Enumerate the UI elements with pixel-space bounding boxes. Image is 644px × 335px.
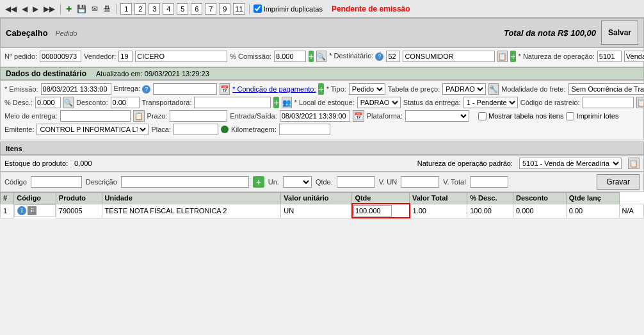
comissao-icon-btn[interactable]: 🔍 (316, 51, 326, 62)
row-info-icon[interactable]: i (17, 206, 26, 215)
entrega-cal-btn[interactable]: 📅 (220, 83, 230, 95)
prazo-label: Prazo: (147, 112, 168, 120)
nav-first-btn[interactable]: ◀◀ (4, 4, 18, 13)
vendedor-label: Vendedor: (84, 53, 116, 60)
meio-input[interactable] (60, 110, 131, 122)
item-vtotal-input[interactable] (470, 176, 508, 188)
form-row1: Nº pedido: Vendedor: % Comissão: + 🔍 * D… (4, 51, 640, 62)
destinatario-icon-btn[interactable]: 📋 (497, 51, 508, 62)
destinatario-name-input[interactable] (403, 51, 495, 62)
page-3-btn[interactable]: 3 (149, 3, 160, 15)
imprimir-duplicatas-label[interactable]: Imprimir duplicatas (254, 4, 323, 13)
meio-icon-btn[interactable]: 📋 (133, 110, 145, 122)
transportadora-input[interactable] (194, 97, 271, 108)
form-row4: Meio de entrega: 📋 Prazo: Entrada/Saída:… (4, 110, 640, 122)
page-5-btn[interactable]: 5 (177, 3, 188, 15)
tabela-select[interactable]: PADRAO (442, 83, 486, 95)
frete-select[interactable]: Sem Ocorrência de Transporte (568, 83, 645, 95)
item-vtotal-label: V. Total (443, 178, 465, 186)
row-valor-unitario-input[interactable] (353, 205, 392, 217)
save-button[interactable]: Salvar (601, 20, 638, 45)
item-add-btn[interactable]: + (253, 176, 264, 188)
mostrar-tabela-checkbox[interactable] (478, 112, 487, 120)
rastreio-icon-btn[interactable]: 📋 (636, 97, 644, 108)
natureza-desc-input[interactable] (624, 51, 644, 62)
th-valor-unitario: Valor unitário (281, 193, 352, 204)
tabela-icon-btn[interactable]: 🔧 (488, 83, 499, 95)
comissao-input[interactable] (274, 51, 306, 62)
email-btn[interactable]: ✉ (90, 4, 99, 13)
add-btn[interactable]: + (65, 3, 73, 15)
page-9-btn[interactable]: 9 (219, 3, 230, 15)
destinatario-add-btn[interactable]: + (510, 51, 515, 62)
natureza-id-input[interactable] (597, 51, 622, 62)
status-label: Status da entrega: (403, 99, 461, 106)
page-2-btn[interactable]: 2 (134, 3, 146, 15)
estoque-label: * Local de estoque: (294, 99, 355, 106)
condicao-add-btn[interactable]: + (318, 83, 323, 95)
nav-last-btn[interactable]: ▶▶ (42, 4, 56, 13)
plataforma-label: Plataforma: (367, 112, 403, 120)
comissao-add-btn[interactable]: + (309, 51, 314, 62)
itens-form: Código Descrição + Un. Qtde. V. UN V. To… (0, 172, 644, 192)
desc-input[interactable] (35, 97, 61, 108)
item-qtde-input[interactable] (337, 176, 375, 188)
imprimir-duplicatas-checkbox[interactable] (254, 4, 262, 13)
transportadora-add-btn[interactable]: + (273, 97, 278, 108)
items-table-container: # Código Produto Unidade Valor unitário … (0, 192, 644, 218)
natureza-padrao-copy-btn[interactable]: 📋 (628, 158, 640, 169)
entrada-cal-btn[interactable]: 📅 (353, 110, 364, 122)
vendedor-name-input[interactable] (135, 51, 227, 62)
page-4-btn[interactable]: 4 (163, 3, 174, 15)
destinatario-id-input[interactable] (386, 51, 400, 62)
row-drag-icon[interactable]: ⠿ (28, 206, 36, 215)
row-desconto: 0.00 (566, 204, 619, 218)
prazo-input[interactable] (170, 110, 227, 122)
pedido-input[interactable] (40, 51, 81, 62)
page-7-btn[interactable]: 7 (205, 3, 216, 15)
transportadora-icon-btn[interactable]: 👥 (282, 97, 292, 108)
imprimir-lotes-checkbox[interactable] (566, 112, 574, 120)
nav-next-btn[interactable]: ▶ (31, 4, 40, 13)
imprimir-lotes-label[interactable]: Imprimir lotes (566, 112, 618, 120)
item-vun-input[interactable] (401, 176, 439, 188)
save-toolbar-btn[interactable]: 💾 (76, 4, 88, 13)
print-btn[interactable]: 🖶 (102, 4, 112, 13)
form-row2-container: * Emissão: Entrega: ? 📅 * Condição de pa… (0, 80, 644, 140)
entrada-input[interactable] (280, 110, 350, 122)
mostrar-tabela-label[interactable]: Mostrar tabela nos itens (478, 112, 563, 120)
page-11-btn[interactable]: 11 (233, 3, 245, 15)
nav-prev-btn[interactable]: ◀ (20, 4, 29, 13)
km-input[interactable] (279, 124, 330, 135)
item-descricao-input[interactable] (121, 176, 249, 188)
tipo-select[interactable]: Pedido (349, 83, 385, 95)
th-codigo: Código (14, 193, 56, 204)
entrega-label: Entrega: ? (114, 85, 151, 94)
item-un-select[interactable] (283, 176, 312, 188)
page-1-btn[interactable]: 1 (120, 3, 132, 15)
status-select[interactable]: 1 - Pendente (463, 97, 518, 108)
page-6-btn[interactable]: 6 (191, 3, 202, 15)
entrega-help-icon[interactable]: ? (142, 85, 150, 94)
condicao-label[interactable]: * Condição de pagamento: (232, 85, 316, 93)
plataforma-select[interactable] (405, 110, 469, 122)
desc-icon-btn[interactable]: 🔍 (63, 97, 74, 108)
rastreio-input[interactable] (583, 97, 634, 108)
destinatario-label: * Destinatário: ? (329, 52, 383, 61)
row-perc-desc: 0.000 (513, 204, 566, 218)
estoque-select[interactable]: PADRAO (357, 97, 401, 108)
gravar-button[interactable]: Gravar (597, 174, 640, 190)
pedido-label: Nº pedido: (4, 53, 37, 60)
placa-input[interactable] (173, 124, 218, 135)
form-row5: Emitente: CONTROL P INFORMATICA LTDA ME … (4, 124, 640, 135)
entrega-input[interactable] (153, 83, 217, 95)
divider2 (116, 4, 117, 14)
itens-toolbar: Estoque do produto: 0,000 Natureza de op… (0, 155, 644, 172)
vendedor-id-input[interactable] (118, 51, 133, 62)
emissao-input[interactable] (41, 83, 111, 95)
item-codigo-input[interactable] (31, 176, 82, 188)
desconto-input[interactable] (111, 97, 140, 108)
natureza-padrao-select[interactable]: 5101 - Venda de Mercadíria (519, 158, 622, 169)
destinatario-help-icon[interactable]: ? (375, 53, 383, 61)
emitente-select[interactable]: CONTROL P INFORMATICA LTDA ME (36, 124, 149, 135)
